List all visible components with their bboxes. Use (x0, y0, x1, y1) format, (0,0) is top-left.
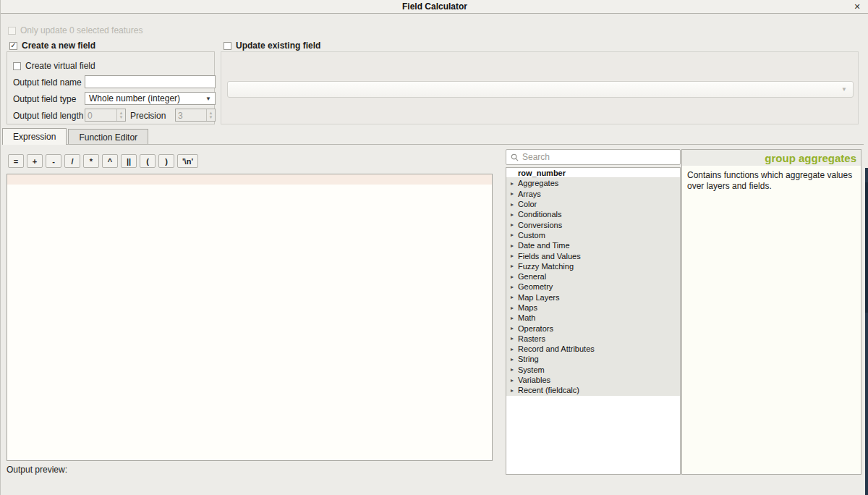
operator-button[interactable]: ( (140, 154, 156, 168)
function-group-item[interactable]: ▸Aggregates (506, 178, 680, 188)
function-search[interactable] (506, 149, 681, 165)
search-input[interactable] (522, 152, 676, 162)
chevron-down-icon: ▼ (841, 86, 847, 93)
operator-button[interactable]: ) (158, 154, 174, 168)
expand-arrow-icon[interactable]: ▸ (508, 211, 516, 218)
function-group-item[interactable]: ▸Recent (fieldcalc) (506, 385, 680, 395)
output-field-name-input[interactable] (85, 75, 216, 88)
spinner-arrows-icon[interactable]: ▲▼ (206, 109, 215, 121)
function-group-label: Map Layers (516, 293, 559, 302)
function-group-item[interactable]: ▸Fuzzy Matching (506, 261, 680, 271)
function-group-item[interactable]: ▸General (506, 271, 680, 282)
operator-button[interactable]: * (83, 154, 99, 168)
function-group-label: Fields and Values (516, 252, 581, 261)
help-header: group aggregates (682, 150, 861, 166)
spinner-value: 0 (85, 109, 116, 121)
expand-arrow-icon[interactable]: ▸ (508, 232, 516, 238)
expand-arrow-icon[interactable]: ▸ (508, 346, 516, 352)
create-new-field-checkbox[interactable]: ✓ Create a new field (9, 41, 95, 51)
only-update-label: Only update 0 selected features (20, 25, 142, 35)
help-panel: group aggregates Contains functions whic… (681, 149, 861, 475)
function-group-item[interactable]: ▸Operators (506, 323, 680, 333)
precision-spinner[interactable]: 3 ▲▼ (175, 109, 216, 122)
function-group-item[interactable]: ▸Maps (506, 302, 680, 313)
function-group-label: Operators (516, 324, 553, 333)
checkbox-box[interactable] (8, 27, 16, 35)
expand-arrow-icon[interactable]: ▸ (508, 190, 516, 197)
function-group-label: Custom (516, 231, 545, 240)
output-field-type-combo[interactable]: Whole number (integer) ▼ (85, 92, 216, 105)
function-tree: row_number ▸Aggregates▸Arrays▸Color▸Cond… (506, 167, 681, 475)
function-group-label: Date and Time (516, 241, 570, 250)
expand-arrow-icon[interactable]: ▸ (508, 253, 516, 259)
function-group-item[interactable]: ▸Geometry (506, 282, 680, 292)
function-group-item[interactable]: ▸Rasters (506, 334, 680, 344)
expand-arrow-icon[interactable]: ▸ (508, 325, 516, 331)
create-virtual-field-label: Create virtual field (25, 61, 95, 71)
function-item-selected[interactable]: row_number (506, 168, 680, 178)
expand-arrow-icon[interactable]: ▸ (508, 305, 516, 311)
checkbox-checked-box[interactable]: ✓ (9, 42, 17, 50)
help-body: Contains functions which aggregate value… (682, 166, 861, 196)
function-group-item[interactable]: ▸Map Layers (506, 292, 680, 302)
create-virtual-field-checkbox[interactable]: Create virtual field (13, 61, 95, 71)
operator-button[interactable]: ^ (102, 154, 118, 168)
function-group-item[interactable]: ▸Arrays (506, 189, 680, 199)
function-group-item[interactable]: ▸Conversions (506, 219, 680, 229)
function-group-label: String (516, 355, 539, 363)
output-field-length-spinner[interactable]: 0 ▲▼ (85, 109, 126, 122)
existing-field-combo[interactable]: ▼ (227, 81, 854, 98)
function-group-item[interactable]: ▸Custom (506, 230, 680, 240)
expand-arrow-icon[interactable]: ▸ (508, 242, 516, 249)
function-group-item[interactable]: ▸Record and Attributes (506, 344, 680, 354)
function-group-item[interactable]: ▸System (506, 365, 680, 375)
expression-editor[interactable] (7, 174, 493, 461)
function-group-label: Variables (516, 376, 550, 384)
search-icon (511, 153, 519, 161)
expand-arrow-icon[interactable]: ▸ (508, 356, 516, 363)
function-group-item[interactable]: ▸Date and Time (506, 240, 680, 250)
operator-button[interactable]: || (121, 154, 137, 168)
create-new-field-label: Create a new field (22, 41, 95, 51)
existing-field-groupbox: ▼ (221, 51, 859, 124)
operator-button[interactable]: + (27, 154, 43, 168)
close-icon[interactable]: ✕ (851, 1, 863, 12)
expand-arrow-icon[interactable]: ▸ (508, 294, 516, 300)
expand-arrow-icon[interactable]: ▸ (508, 366, 516, 373)
function-group-item[interactable]: ▸String (506, 354, 680, 364)
checkbox-box[interactable] (13, 62, 21, 70)
scrollbar-thumb[interactable] (865, 182, 868, 313)
expand-arrow-icon[interactable]: ▸ (508, 221, 516, 228)
expand-arrow-icon[interactable]: ▸ (508, 315, 516, 321)
expand-arrow-icon[interactable]: ▸ (508, 263, 516, 269)
function-group-item[interactable]: ▸Conditionals (506, 209, 680, 219)
function-group-item[interactable]: ▸Math (506, 313, 680, 323)
function-group-label: General (516, 272, 546, 281)
operator-button[interactable]: - (46, 154, 61, 168)
tab-expression[interactable]: Expression (2, 128, 67, 145)
expand-arrow-icon[interactable]: ▸ (508, 284, 516, 290)
only-update-checkbox[interactable]: Only update 0 selected features (8, 25, 142, 35)
operator-button[interactable]: = (8, 154, 24, 168)
expand-arrow-icon[interactable]: ▸ (508, 377, 516, 384)
function-group-label: Rasters (516, 334, 545, 343)
expand-arrow-icon[interactable]: ▸ (508, 274, 516, 280)
function-group-item[interactable]: ▸Fields and Values (506, 250, 680, 261)
title-bar: Field Calculator ✕ (1, 0, 868, 14)
spinner-arrows-icon[interactable]: ▲▼ (116, 109, 125, 121)
background-scrollbar[interactable] (865, 168, 868, 495)
field-calculator-dialog: Field Calculator ✕ Only update 0 selecte… (0, 0, 868, 495)
tab-function-editor[interactable]: Function Editor (68, 129, 148, 145)
expand-arrow-icon[interactable]: ▸ (508, 335, 516, 342)
operator-button[interactable]: / (64, 154, 80, 168)
function-group-item[interactable]: ▸Variables (506, 375, 680, 385)
expand-arrow-icon[interactable]: ▸ (508, 180, 516, 187)
expand-arrow-icon[interactable]: ▸ (508, 387, 516, 394)
checkbox-box[interactable] (224, 42, 231, 50)
update-existing-field-checkbox[interactable]: Update existing field (224, 41, 320, 51)
output-field-length-label: Output field length (13, 111, 83, 121)
function-group-item[interactable]: ▸Color (506, 199, 680, 209)
output-field-type-label: Output field type (13, 94, 76, 104)
operator-button[interactable]: '\n' (177, 154, 198, 168)
expand-arrow-icon[interactable]: ▸ (508, 201, 516, 208)
